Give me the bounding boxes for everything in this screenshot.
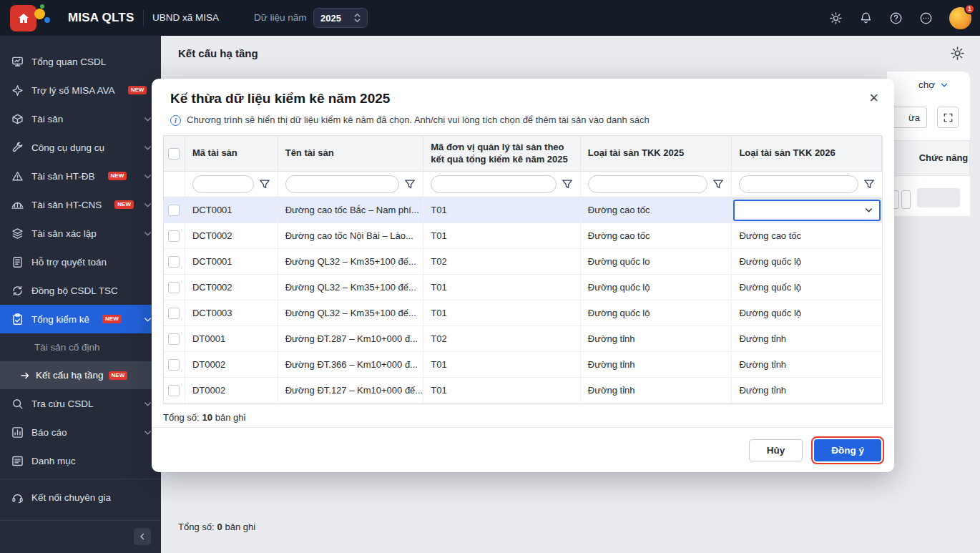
cell-code: DCT0001 — [185, 249, 278, 275]
header-divider — [143, 10, 144, 26]
expand-fullscreen-button[interactable] — [937, 107, 959, 128]
sidebar-item-label: Tài sản xác lập — [31, 228, 97, 239]
row-checkbox[interactable] — [168, 385, 180, 396]
layers-icon — [11, 227, 24, 240]
row-checkbox[interactable] — [168, 359, 180, 371]
filter-type-2025-input[interactable] — [588, 175, 708, 193]
cell-unit: T01 — [423, 223, 581, 249]
type-2026-combobox[interactable] — [733, 200, 881, 221]
sidebar-item-cong-cu-dung-cu[interactable]: Công cụ dụng cụ — [0, 133, 161, 162]
background-fragment — [901, 190, 911, 209]
sidebar-item-ket-noi-chuyen-gia[interactable]: Kết nối chuyên gia — [0, 483, 161, 512]
sidebar-item-dong-bo-csdl-tsc[interactable]: Đồng bộ CSDL TSC — [0, 276, 161, 305]
sidebar-item-tong-kiem-ke[interactable]: Tổng kiểm kê NEW — [0, 305, 161, 333]
settings-gear-icon[interactable] — [829, 11, 843, 25]
filter-name-input[interactable] — [285, 175, 400, 193]
filter-funnel-icon[interactable] — [712, 179, 724, 190]
row-checkbox[interactable] — [168, 333, 180, 345]
modal-title: Kế thừa dữ liệu kiểm kê năm 2025 — [170, 91, 866, 107]
sidebar-item-label: Kết cấu hạ tầng — [36, 370, 104, 381]
table-row[interactable]: DCT0001 Đường QL32 – Km35+100 đế... T02 … — [164, 249, 882, 275]
button-label: ừa — [908, 112, 920, 123]
sidebar-item-tai-san-ht-cns[interactable]: Tài sản HT-CNS NEW — [0, 190, 161, 219]
sidebar-subitem-ket-cau-ha-tang[interactable]: Kết cấu hạ tầng NEW — [0, 361, 161, 389]
cell-type-2026: Đường quốc lộ — [732, 249, 882, 275]
sidebar-item-label: Trợ lý số MISA AVA — [31, 85, 115, 96]
help-icon[interactable] — [889, 11, 903, 25]
new-badge: NEW — [108, 172, 127, 180]
page-settings-gear-icon[interactable] — [950, 46, 965, 64]
filter-funnel-icon[interactable] — [562, 179, 573, 190]
sidebar-item-tai-san-ht-db[interactable]: Tài sản HT-ĐB NEW — [0, 162, 161, 190]
cell-type-2025: Đường tỉnh — [581, 378, 732, 403]
cell-code: DT0002 — [185, 378, 278, 403]
sidebar-item-danh-muc[interactable]: Danh mục — [0, 446, 161, 475]
year-stepper-icon[interactable] — [354, 12, 361, 24]
user-avatar[interactable]: 1 — [949, 7, 971, 29]
background-filter-dropdown[interactable]: chợ — [918, 79, 949, 90]
row-checkbox[interactable] — [168, 308, 180, 319]
row-checkbox[interactable] — [168, 256, 180, 268]
chevron-down-icon — [863, 205, 874, 215]
search-icon — [11, 398, 24, 410]
filter-type-2026-input[interactable] — [739, 175, 858, 193]
cell-type-2025: Đường tỉnh — [581, 326, 732, 352]
row-checkbox[interactable] — [168, 205, 180, 216]
logo-decor-dot — [44, 17, 50, 23]
sidebar-item-tro-ly-so[interactable]: Trợ lý số MISA AVA NEW — [0, 76, 161, 104]
column-header-type-2025: Loại tài sản TKK 2025 — [581, 136, 732, 172]
dropdown-label: chợ — [918, 79, 935, 90]
sidebar-subitem-tai-san-co-dinh[interactable]: Tài sản cố định — [0, 333, 161, 361]
filter-unit-input[interactable] — [431, 175, 557, 193]
new-badge: NEW — [109, 371, 128, 380]
cell-name: Đường QL32 – Km35+100 đế... — [278, 275, 424, 300]
table-row[interactable]: DT0001 Đường ĐT.287 – Km10+000 đ... T02 … — [164, 326, 882, 352]
dashboard-icon — [11, 56, 24, 68]
close-icon[interactable]: × — [866, 91, 881, 105]
select-all-checkbox[interactable] — [168, 148, 180, 160]
sidebar-item-tra-cuu-csdl[interactable]: Tra cứu CSDL — [0, 389, 161, 418]
confirm-button[interactable]: Đồng ý — [814, 439, 881, 461]
cell-name: Đường ĐT.366 – Km10+000 đ... — [278, 352, 424, 378]
sidebar-item-bao-cao[interactable]: Báo cáo — [0, 418, 161, 446]
table-row[interactable]: DCT0003 Đường QL32 – Km35+100 đế... T01 … — [164, 300, 882, 326]
total-unit: bản ghi — [215, 412, 246, 423]
year-selector[interactable]: 2025 — [313, 8, 368, 28]
filter-funnel-icon[interactable] — [863, 179, 875, 190]
table-row[interactable]: DCT0001 Đường cao tốc Bắc – Nam phí... T… — [164, 197, 882, 223]
more-options-icon[interactable] — [919, 11, 933, 25]
sidebar-item-label: Hỗ trợ quyết toán — [31, 257, 107, 268]
modal-info: i Chương trình sẽ hiển thị dữ liệu kiểm … — [152, 112, 894, 135]
cell-code: DT0001 — [185, 326, 278, 352]
filter-funnel-icon[interactable] — [404, 179, 416, 190]
table-row[interactable]: DCT0002 Đường cao tốc Nội Bài – Lào... T… — [164, 223, 882, 249]
sidebar-item-tong-quan-csdl[interactable]: Tổng quan CSDL — [0, 47, 161, 76]
app-screen: MISA QLTS UBND xã MISA Dữ liệu năm 2025 … — [0, 0, 980, 553]
row-checkbox[interactable] — [168, 282, 180, 293]
list-icon — [11, 455, 24, 467]
inventory-table: Mã tài sản Tên tài sản Mã đơn vị quản lý… — [163, 135, 883, 404]
sidebar-item-label: Tài sản HT-CNS — [31, 200, 102, 210]
total-count: 0 — [217, 522, 222, 532]
road-triangle-icon — [11, 170, 24, 182]
header-actions: 1 — [829, 0, 971, 36]
sidebar-divider — [0, 479, 161, 479]
row-checkbox[interactable] — [168, 230, 180, 242]
sidebar-item-tai-san-xac-lap[interactable]: Tài sản xác lập — [0, 219, 161, 248]
table-row[interactable]: DT0002 Đường ĐT.366 – Km10+000 đ... T01 … — [164, 352, 882, 378]
cancel-button[interactable]: Hủy — [749, 439, 803, 461]
notifications-bell-icon[interactable] — [859, 11, 873, 25]
table-row[interactable]: DT0002 Đường ĐT.127 – Km10+000 đế... T01… — [164, 378, 882, 403]
filter-code-input[interactable] — [192, 175, 254, 193]
sidebar-item-ho-tro-quyet-toan[interactable]: Hỗ trợ quyết toán — [0, 248, 161, 276]
headset-icon — [11, 491, 24, 504]
sidebar-collapse-button[interactable] — [134, 528, 151, 545]
filter-row — [164, 172, 882, 197]
cell-type-2025: Đường cao tốc — [581, 197, 732, 223]
notification-count-badge: 1 — [964, 4, 975, 14]
cell-type-2025: Đường quốc lộ — [581, 300, 732, 326]
total-count: 10 — [202, 412, 212, 423]
sidebar-item-tai-san[interactable]: Tài sản — [0, 104, 161, 133]
filter-funnel-icon[interactable] — [259, 179, 270, 190]
table-row[interactable]: DCT0002 Đường QL32 – Km35+100 đế... T01 … — [164, 275, 882, 300]
